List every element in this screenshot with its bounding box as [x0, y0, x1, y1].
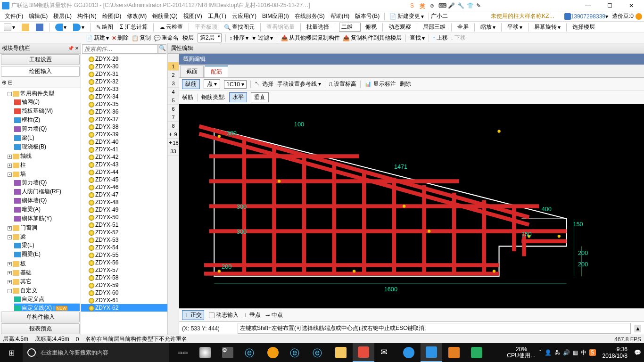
close-button[interactable]: ✕ — [620, 0, 642, 11]
pin-icon[interactable]: 📌 ✕ — [68, 46, 79, 51]
vertical-bar-toggle[interactable]: 纵筋 — [182, 79, 200, 89]
perpendicular-snap[interactable]: ⊥ 垂点 — [243, 311, 261, 319]
row-header[interactable]: 3 — [168, 79, 179, 88]
row-header[interactable]: 4 — [168, 88, 179, 96]
list-item[interactable]: ZDYX-30 — [81, 63, 167, 70]
move-up-button[interactable]: ↑上移 — [433, 34, 448, 42]
list-item[interactable]: ZDYX-49 — [81, 206, 167, 214]
menu-cloud[interactable]: 云应用(Y) — [229, 12, 259, 20]
delete-rebar[interactable]: 删除 — [400, 80, 411, 88]
select-tool[interactable]: ↖ 选择 — [255, 80, 273, 88]
tray-ime[interactable]: 中 — [581, 349, 586, 357]
new-change-button[interactable]: 新建变更 ▾ — [387, 12, 427, 20]
search-input[interactable] — [82, 44, 158, 54]
move-down-button[interactable]: ↓下移 — [451, 34, 466, 42]
tray-app[interactable]: ▦ — [573, 349, 578, 356]
menu-component[interactable]: 构件(N) — [74, 12, 99, 20]
tray-people[interactable]: 👤 — [545, 349, 552, 356]
list-item[interactable]: ZDYX-60 — [81, 289, 167, 296]
tree-raft[interactable]: 筏板基础(M) — [14, 107, 80, 115]
point-mode-toggle[interactable]: 点 ▾ — [204, 79, 220, 89]
tree-wall[interactable]: -墙 剪力墙(Q) 人防门框墙(RF) 砌体墙(Q) 暗梁(A) 砌体加筋(Y) — [8, 170, 80, 223]
menu-modify[interactable]: 修改(M) — [124, 12, 149, 20]
list-item[interactable]: ZDYX-31 — [81, 70, 167, 78]
warning-label[interactable]: 未使用的柱大样名称KZ… — [491, 12, 554, 20]
start-button[interactable]: ⊞ — [0, 343, 23, 362]
zoom-button[interactable]: 缩放▾ — [479, 23, 497, 31]
vertical-toggle[interactable]: 垂直 — [251, 92, 269, 102]
tree-axis-net[interactable]: 轴网(J) — [14, 98, 80, 107]
open-file-button[interactable] — [20, 24, 31, 31]
list-item[interactable]: ZDYX-34 — [81, 93, 167, 100]
tab-project-settings[interactable]: 工程设置 — [1, 54, 80, 65]
cloud-check-button[interactable]: ☁云检查 — [157, 23, 185, 31]
list-item[interactable]: ZDYX-40 — [81, 138, 167, 146]
app-1[interactable] — [194, 343, 216, 362]
tree-masonry-rebar[interactable]: 砌体加筋(Y) — [14, 214, 80, 223]
set-elevation[interactable]: ⎍ 设置标高 — [329, 80, 356, 88]
list-item[interactable]: ZDYX-29 — [81, 55, 167, 63]
view-mode-select[interactable]: 二维 — [339, 23, 361, 32]
app-security[interactable] — [466, 343, 487, 362]
save-button[interactable] — [34, 24, 45, 31]
undo-button[interactable]: ▾ — [53, 24, 68, 31]
view-steel-button[interactable]: 查看钢筋量 — [264, 23, 297, 31]
ortho-toggle[interactable]: ⊥ 正交 — [182, 310, 204, 320]
select-floor-button[interactable]: 选择楼层 — [570, 23, 597, 31]
list-item[interactable]: ZDYX-48 — [81, 198, 167, 206]
list-item[interactable]: ZDYX-37 — [81, 115, 167, 123]
list-item[interactable]: ZDYX-61 — [81, 296, 167, 304]
list-item[interactable]: ZDYX-52 — [81, 229, 167, 236]
tree-custom-point[interactable]: 自定义点 — [14, 295, 80, 304]
menu-rebar[interactable]: 钢筋量(Q) — [149, 12, 180, 20]
find-element-button[interactable]: 🔍查找图元 — [222, 23, 256, 31]
menu-bim[interactable]: BIM应用(I) — [259, 12, 292, 20]
account-number[interactable]: 13907298339 — [571, 13, 605, 20]
list-item[interactable]: ZDYX-32 — [81, 78, 167, 85]
row-header[interactable]: 5 — [168, 96, 179, 105]
tree-other[interactable]: +其它 — [8, 277, 80, 286]
tab-drawing-input[interactable]: 绘图输入 — [1, 66, 80, 77]
draw-button[interactable]: ✎绘图 — [94, 23, 115, 31]
list-item[interactable]: ZDYX-36 — [81, 108, 167, 115]
list-item[interactable]: ZDYX-45 — [81, 176, 167, 183]
menu-online[interactable]: 在线服务(S) — [292, 12, 328, 20]
list-item[interactable]: ZDYX-47 — [81, 191, 167, 198]
list-item[interactable]: ZDYX-54 — [81, 244, 167, 251]
list-item[interactable]: ZDYX-50 — [81, 214, 167, 221]
app-g[interactable] — [398, 343, 420, 362]
menu-file[interactable]: 文件(F) — [2, 12, 26, 20]
new-component-button[interactable]: 📄新建▾ — [86, 34, 109, 42]
cpu-meter[interactable]: 20%CPU使用… — [507, 346, 536, 359]
tree-column[interactable]: +柱 — [8, 161, 80, 170]
tree-common[interactable]: -常用构件类型 轴网(J) 筏板基础(M) 框柱(Z) 剪力墙(Q) 梁(L) … — [8, 89, 80, 152]
fullscreen-button[interactable]: 全屏 — [455, 23, 471, 31]
list-item[interactable]: ZDYX-46 — [81, 183, 167, 191]
row-header[interactable]: +18 — [168, 139, 179, 147]
menu-view[interactable]: 视图(V) — [181, 12, 205, 20]
find-button[interactable]: 查找▾ — [410, 34, 425, 42]
notification-button[interactable]: 💬 — [634, 349, 641, 356]
screen-rotate-button[interactable]: 屏幕旋转▾ — [532, 23, 562, 31]
row-header[interactable]: 7 — [168, 113, 179, 122]
tree-hidden-beam[interactable]: 暗梁(A) — [14, 205, 80, 214]
row-header[interactable]: 2 — [168, 71, 179, 79]
task-view-button[interactable]: ▭▭ — [172, 343, 193, 362]
list-item[interactable]: ZDYX-51 — [81, 221, 167, 229]
row-header[interactable]: 8 — [168, 122, 179, 130]
tree-custom-line[interactable]: 自定义线(X)NEW — [14, 304, 80, 311]
tree-axis[interactable]: +轴线 — [8, 152, 80, 161]
delete-component-button[interactable]: ✕删除 — [112, 34, 129, 42]
row-header[interactable]: 33 — [168, 147, 179, 156]
tab-section[interactable]: 截面 — [180, 66, 204, 77]
dynamic-observe-button[interactable]: 动态观察 — [387, 23, 413, 31]
app-360[interactable] — [262, 343, 284, 362]
tree-opening[interactable]: +门窗洞 — [8, 223, 80, 232]
app-note[interactable] — [443, 343, 465, 362]
rename-component-button[interactable]: 💬重命名 — [154, 34, 179, 42]
tab-rebar[interactable]: 配筋 — [205, 66, 228, 77]
copy-component-button[interactable]: 📋复制 — [132, 34, 151, 42]
app-ie[interactable]: ⓔ — [239, 343, 261, 362]
new-file-button[interactable]: ▾ — [2, 24, 17, 31]
menu-version[interactable]: 版本号(B) — [352, 12, 382, 20]
